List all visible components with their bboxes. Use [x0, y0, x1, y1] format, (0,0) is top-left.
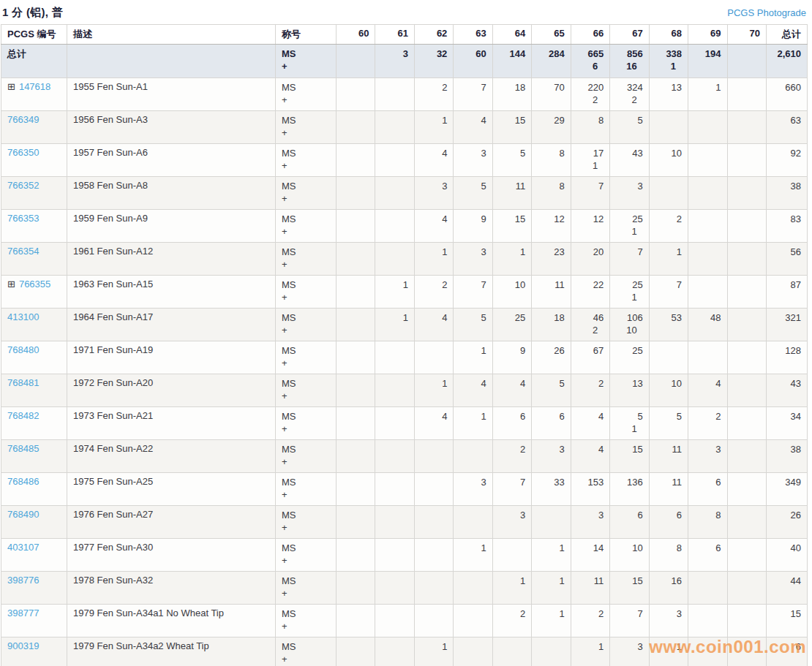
pcgs-number-link[interactable]: 768486: [7, 476, 39, 487]
grade-count: 3: [459, 476, 486, 488]
pcgs-number-link[interactable]: 766355: [19, 279, 50, 290]
pcgs-number-link[interactable]: 766350: [7, 147, 39, 158]
grade-count: 6: [694, 542, 721, 554]
pcgs-number-link[interactable]: 766352: [7, 180, 39, 191]
grade-count: 1: [655, 246, 682, 258]
cell-grade-62: 2: [414, 78, 453, 111]
plus-grade-count: 1: [616, 423, 642, 435]
grade-count: 7: [459, 279, 486, 291]
grade-count: 1: [655, 640, 682, 653]
table-row: 4131001964 Fen Sun-A17MS+145251846210610…: [1, 309, 808, 341]
cell-total: 15: [767, 605, 808, 637]
column-header-64: 64: [492, 25, 531, 45]
cell-grade-65: 8: [532, 177, 571, 210]
pcgs-number-link[interactable]: 403107: [7, 542, 39, 553]
cell-grade-60: [337, 506, 375, 539]
cell-total: 83: [767, 210, 808, 243]
table-row: 3987771979 Fen Sun-A34a1 No Wheat TipMS+…: [1, 605, 808, 637]
cell-grade-69: [688, 605, 727, 637]
cell-grade-63: 4: [454, 111, 492, 144]
cell-grade-62: 4: [414, 407, 453, 440]
expand-icon[interactable]: ⊞: [7, 81, 15, 92]
designation-line: +: [282, 554, 330, 567]
cell-grade-64: 2: [492, 605, 531, 637]
cell-grade-65: 12: [532, 210, 571, 243]
grade-count: 194: [694, 48, 721, 60]
grade-count: 3: [577, 509, 604, 521]
grade-count: 7: [655, 279, 682, 291]
plus-grade-count: 2: [577, 94, 604, 106]
cell-grade-66: 11: [571, 572, 609, 605]
pcgs-number-link[interactable]: 413100: [7, 311, 39, 322]
cell-grade-70: [727, 341, 766, 374]
cell-grade-64: 6: [492, 407, 531, 440]
row-total: 26: [772, 509, 801, 521]
grade-count: 5: [499, 147, 525, 159]
grade-count: 2: [655, 213, 682, 225]
cell-grade-61: [375, 177, 414, 210]
pcgs-number-link[interactable]: 147618: [19, 81, 50, 92]
cell-grade-61: [375, 210, 414, 243]
designation-cell: MS+: [276, 177, 337, 210]
coin-description-cell: 1955 Fen Sun-A1: [67, 78, 276, 111]
cell-grade-65: 284: [532, 45, 571, 78]
row-total: 2,610: [772, 48, 801, 60]
grade-count: 4: [421, 311, 447, 324]
pcgs-number-link[interactable]: 768481: [7, 377, 39, 388]
pcgs-photograde-link[interactable]: PCGS Photograde: [727, 7, 806, 18]
totals-row: 总计MS+3326014428466568561633811942,610: [1, 45, 808, 78]
designation-cell: MS+: [276, 605, 337, 637]
cell-grade-68: 10: [649, 144, 688, 177]
designation-line: +: [282, 357, 330, 369]
cell-total: 87: [767, 276, 808, 309]
pcgs-number-link[interactable]: 398777: [7, 608, 39, 618]
grade-count: 15: [616, 575, 642, 587]
pcgs-number-link[interactable]: 766353: [7, 213, 39, 224]
pcgs-number-link[interactable]: 398776: [7, 575, 39, 586]
table-row: ⊞1476181955 Fen Sun-A1MS+271870220232421…: [1, 78, 808, 111]
grade-count: 2: [694, 410, 721, 423]
expand-icon[interactable]: ⊞: [7, 279, 15, 290]
plus-grade-count: 10: [616, 324, 642, 336]
cell-grade-62: 4: [414, 144, 453, 177]
row-total: 34: [772, 410, 801, 423]
row-total: 660: [772, 81, 801, 94]
grade-count: 5: [459, 180, 486, 192]
cell-grade-66: 4: [571, 440, 609, 473]
grade-count: 23: [538, 246, 564, 258]
pcgs-number-link[interactable]: 766354: [7, 246, 39, 257]
pcgs-number-cell: 766352: [1, 177, 67, 210]
row-total: 87: [772, 279, 801, 291]
designation-cell: MS+: [276, 506, 337, 539]
pcgs-number-link[interactable]: 768490: [7, 509, 39, 520]
grade-count: 9: [459, 213, 486, 225]
table-row: 9003191979 Fen Sun-A34a2 Wheat TipMS+113…: [1, 637, 808, 666]
cell-grade-61: [375, 605, 414, 637]
pcgs-number-link[interactable]: 768485: [7, 443, 39, 454]
grade-count: 10: [499, 279, 525, 291]
designation-line: MS: [282, 180, 330, 192]
cell-grade-65: 1: [532, 539, 571, 572]
cell-grade-62: 1: [414, 243, 453, 276]
cell-grade-63: 3: [454, 473, 492, 506]
column-header-70: 70: [727, 25, 766, 45]
coin-description-cell: 1978 Fen Sun-A32: [67, 572, 276, 605]
cell-grade-70: [727, 473, 766, 506]
grade-count: 1: [538, 608, 564, 620]
cell-grade-62: 2: [414, 276, 453, 309]
grade-count: 6: [694, 476, 721, 488]
pcgs-number-link[interactable]: 766349: [7, 114, 39, 125]
cell-grade-66: 12: [571, 210, 609, 243]
pcgs-number-link[interactable]: 900319: [7, 640, 39, 651]
cell-grade-66: 4: [571, 407, 609, 440]
cell-grade-62: 32: [414, 45, 453, 78]
designation-line: MS: [282, 377, 330, 390]
cell-grade-63: 7: [454, 276, 492, 309]
pcgs-number-link[interactable]: 768480: [7, 344, 39, 355]
top-bar: 1 分 (铝), 普 PCGS Photograde: [0, 0, 812, 24]
pcgs-number-link[interactable]: 768482: [7, 410, 39, 421]
cell-grade-62: [414, 539, 453, 572]
table-row: 7684861975 Fen Sun-A25MS+373315313611634…: [1, 473, 808, 506]
grade-count: 11: [499, 180, 525, 192]
pcgs-number-cell: 768490: [1, 506, 67, 539]
